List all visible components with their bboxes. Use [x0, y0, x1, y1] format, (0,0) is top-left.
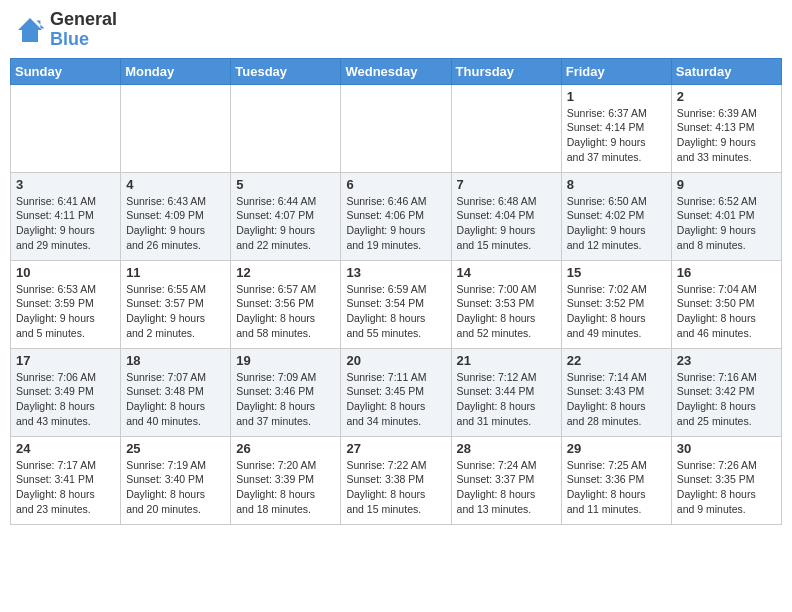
calendar-cell: 5Sunrise: 6:44 AMSunset: 4:07 PMDaylight… — [231, 172, 341, 260]
calendar-cell: 18Sunrise: 7:07 AMSunset: 3:48 PMDayligh… — [121, 348, 231, 436]
day-info: Sunrise: 6:46 AMSunset: 4:06 PMDaylight:… — [346, 194, 445, 253]
logo-icon — [14, 14, 46, 46]
day-number: 14 — [457, 265, 556, 280]
day-info: Sunrise: 7:26 AMSunset: 3:35 PMDaylight:… — [677, 458, 776, 517]
day-number: 15 — [567, 265, 666, 280]
day-number: 7 — [457, 177, 556, 192]
calendar-table: SundayMondayTuesdayWednesdayThursdayFrid… — [10, 58, 782, 525]
day-info: Sunrise: 7:02 AMSunset: 3:52 PMDaylight:… — [567, 282, 666, 341]
day-info: Sunrise: 7:19 AMSunset: 3:40 PMDaylight:… — [126, 458, 225, 517]
day-info: Sunrise: 6:41 AMSunset: 4:11 PMDaylight:… — [16, 194, 115, 253]
day-info: Sunrise: 6:37 AMSunset: 4:14 PMDaylight:… — [567, 106, 666, 165]
day-number: 13 — [346, 265, 445, 280]
day-number: 5 — [236, 177, 335, 192]
day-number: 25 — [126, 441, 225, 456]
day-info: Sunrise: 6:59 AMSunset: 3:54 PMDaylight:… — [346, 282, 445, 341]
day-info: Sunrise: 7:09 AMSunset: 3:46 PMDaylight:… — [236, 370, 335, 429]
day-info: Sunrise: 6:48 AMSunset: 4:04 PMDaylight:… — [457, 194, 556, 253]
calendar-cell — [231, 84, 341, 172]
day-info: Sunrise: 7:12 AMSunset: 3:44 PMDaylight:… — [457, 370, 556, 429]
calendar-cell: 14Sunrise: 7:00 AMSunset: 3:53 PMDayligh… — [451, 260, 561, 348]
day-info: Sunrise: 7:20 AMSunset: 3:39 PMDaylight:… — [236, 458, 335, 517]
day-info: Sunrise: 6:52 AMSunset: 4:01 PMDaylight:… — [677, 194, 776, 253]
weekday-header-friday: Friday — [561, 58, 671, 84]
calendar-cell: 15Sunrise: 7:02 AMSunset: 3:52 PMDayligh… — [561, 260, 671, 348]
day-info: Sunrise: 7:04 AMSunset: 3:50 PMDaylight:… — [677, 282, 776, 341]
day-number: 20 — [346, 353, 445, 368]
calendar-cell: 12Sunrise: 6:57 AMSunset: 3:56 PMDayligh… — [231, 260, 341, 348]
day-info: Sunrise: 6:44 AMSunset: 4:07 PMDaylight:… — [236, 194, 335, 253]
calendar-cell: 2Sunrise: 6:39 AMSunset: 4:13 PMDaylight… — [671, 84, 781, 172]
day-number: 29 — [567, 441, 666, 456]
calendar-cell: 30Sunrise: 7:26 AMSunset: 3:35 PMDayligh… — [671, 436, 781, 524]
day-info: Sunrise: 7:24 AMSunset: 3:37 PMDaylight:… — [457, 458, 556, 517]
day-number: 23 — [677, 353, 776, 368]
day-info: Sunrise: 6:55 AMSunset: 3:57 PMDaylight:… — [126, 282, 225, 341]
week-row-1: 1Sunrise: 6:37 AMSunset: 4:14 PMDaylight… — [11, 84, 782, 172]
calendar-cell: 8Sunrise: 6:50 AMSunset: 4:02 PMDaylight… — [561, 172, 671, 260]
calendar-cell: 24Sunrise: 7:17 AMSunset: 3:41 PMDayligh… — [11, 436, 121, 524]
calendar-cell — [121, 84, 231, 172]
calendar-cell: 7Sunrise: 6:48 AMSunset: 4:04 PMDaylight… — [451, 172, 561, 260]
day-info: Sunrise: 7:16 AMSunset: 3:42 PMDaylight:… — [677, 370, 776, 429]
day-number: 16 — [677, 265, 776, 280]
weekday-header-tuesday: Tuesday — [231, 58, 341, 84]
day-number: 30 — [677, 441, 776, 456]
day-info: Sunrise: 7:11 AMSunset: 3:45 PMDaylight:… — [346, 370, 445, 429]
calendar-cell: 29Sunrise: 7:25 AMSunset: 3:36 PMDayligh… — [561, 436, 671, 524]
day-info: Sunrise: 6:57 AMSunset: 3:56 PMDaylight:… — [236, 282, 335, 341]
calendar-cell: 1Sunrise: 6:37 AMSunset: 4:14 PMDaylight… — [561, 84, 671, 172]
day-number: 24 — [16, 441, 115, 456]
day-info: Sunrise: 7:07 AMSunset: 3:48 PMDaylight:… — [126, 370, 225, 429]
day-info: Sunrise: 7:17 AMSunset: 3:41 PMDaylight:… — [16, 458, 115, 517]
calendar-cell — [11, 84, 121, 172]
week-row-5: 24Sunrise: 7:17 AMSunset: 3:41 PMDayligh… — [11, 436, 782, 524]
calendar-cell: 19Sunrise: 7:09 AMSunset: 3:46 PMDayligh… — [231, 348, 341, 436]
day-number: 28 — [457, 441, 556, 456]
day-number: 10 — [16, 265, 115, 280]
day-number: 2 — [677, 89, 776, 104]
calendar-cell: 4Sunrise: 6:43 AMSunset: 4:09 PMDaylight… — [121, 172, 231, 260]
calendar-cell: 26Sunrise: 7:20 AMSunset: 3:39 PMDayligh… — [231, 436, 341, 524]
calendar-cell: 28Sunrise: 7:24 AMSunset: 3:37 PMDayligh… — [451, 436, 561, 524]
day-info: Sunrise: 7:22 AMSunset: 3:38 PMDaylight:… — [346, 458, 445, 517]
calendar-cell: 9Sunrise: 6:52 AMSunset: 4:01 PMDaylight… — [671, 172, 781, 260]
day-number: 8 — [567, 177, 666, 192]
weekday-header-wednesday: Wednesday — [341, 58, 451, 84]
day-number: 26 — [236, 441, 335, 456]
page-header: General Blue — [10, 10, 782, 50]
day-number: 12 — [236, 265, 335, 280]
calendar-cell: 22Sunrise: 7:14 AMSunset: 3:43 PMDayligh… — [561, 348, 671, 436]
calendar-cell: 13Sunrise: 6:59 AMSunset: 3:54 PMDayligh… — [341, 260, 451, 348]
day-info: Sunrise: 7:14 AMSunset: 3:43 PMDaylight:… — [567, 370, 666, 429]
logo-text: General Blue — [50, 10, 117, 50]
day-number: 6 — [346, 177, 445, 192]
day-number: 17 — [16, 353, 115, 368]
day-info: Sunrise: 7:06 AMSunset: 3:49 PMDaylight:… — [16, 370, 115, 429]
calendar-cell: 11Sunrise: 6:55 AMSunset: 3:57 PMDayligh… — [121, 260, 231, 348]
day-number: 21 — [457, 353, 556, 368]
day-info: Sunrise: 6:53 AMSunset: 3:59 PMDaylight:… — [16, 282, 115, 341]
day-number: 11 — [126, 265, 225, 280]
day-number: 3 — [16, 177, 115, 192]
day-number: 27 — [346, 441, 445, 456]
day-info: Sunrise: 6:43 AMSunset: 4:09 PMDaylight:… — [126, 194, 225, 253]
weekday-header-monday: Monday — [121, 58, 231, 84]
weekday-header-saturday: Saturday — [671, 58, 781, 84]
calendar-cell: 17Sunrise: 7:06 AMSunset: 3:49 PMDayligh… — [11, 348, 121, 436]
week-row-2: 3Sunrise: 6:41 AMSunset: 4:11 PMDaylight… — [11, 172, 782, 260]
day-info: Sunrise: 6:39 AMSunset: 4:13 PMDaylight:… — [677, 106, 776, 165]
calendar-cell: 6Sunrise: 6:46 AMSunset: 4:06 PMDaylight… — [341, 172, 451, 260]
header-row: SundayMondayTuesdayWednesdayThursdayFrid… — [11, 58, 782, 84]
day-info: Sunrise: 7:25 AMSunset: 3:36 PMDaylight:… — [567, 458, 666, 517]
day-number: 4 — [126, 177, 225, 192]
day-info: Sunrise: 6:50 AMSunset: 4:02 PMDaylight:… — [567, 194, 666, 253]
day-number: 18 — [126, 353, 225, 368]
calendar-cell: 20Sunrise: 7:11 AMSunset: 3:45 PMDayligh… — [341, 348, 451, 436]
day-number: 1 — [567, 89, 666, 104]
calendar-cell: 16Sunrise: 7:04 AMSunset: 3:50 PMDayligh… — [671, 260, 781, 348]
logo: General Blue — [14, 10, 117, 50]
calendar-cell: 21Sunrise: 7:12 AMSunset: 3:44 PMDayligh… — [451, 348, 561, 436]
calendar-cell: 27Sunrise: 7:22 AMSunset: 3:38 PMDayligh… — [341, 436, 451, 524]
day-number: 19 — [236, 353, 335, 368]
